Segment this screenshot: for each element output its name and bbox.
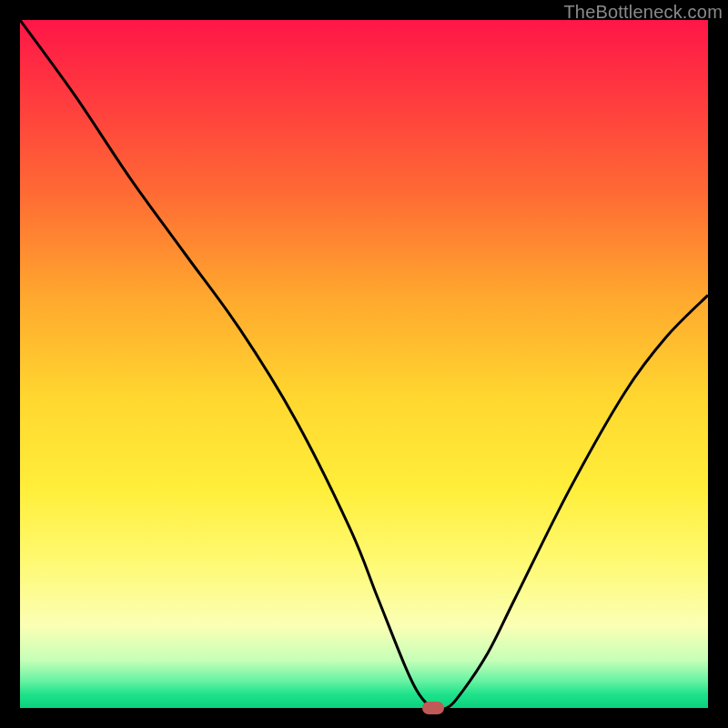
watermark-text: TheBottleneck.com [563,2,723,23]
curve-path [20,20,708,708]
optimal-point-marker [422,702,444,714]
plot-area [20,20,708,708]
bottleneck-curve [20,20,708,708]
chart-frame: TheBottleneck.com [0,0,728,728]
